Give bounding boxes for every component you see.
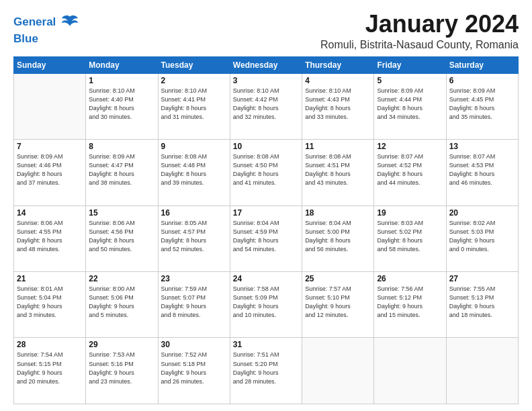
- day-cell: [446, 338, 518, 404]
- day-info: Sunrise: 8:06 AM Sunset: 4:55 PM Dayligh…: [17, 219, 83, 254]
- day-info: Sunrise: 8:08 AM Sunset: 4:48 PM Dayligh…: [161, 152, 227, 187]
- day-cell: 23Sunrise: 7:59 AM Sunset: 5:07 PM Dayli…: [158, 272, 230, 338]
- day-number: 12: [377, 142, 443, 151]
- day-info: Sunrise: 8:10 AM Sunset: 4:41 PM Dayligh…: [161, 87, 227, 122]
- day-cell: 27Sunrise: 7:55 AM Sunset: 5:13 PM Dayli…: [446, 272, 518, 338]
- day-info: Sunrise: 8:02 AM Sunset: 5:03 PM Dayligh…: [449, 219, 515, 254]
- day-number: 16: [161, 208, 227, 218]
- title-block: January 2024 Romuli, Bistrita-Nasaud Cou…: [320, 11, 519, 51]
- week-row-4: 21Sunrise: 8:01 AM Sunset: 5:04 PM Dayli…: [14, 272, 519, 338]
- day-info: Sunrise: 7:55 AM Sunset: 5:13 PM Dayligh…: [449, 285, 515, 320]
- month-year: January 2024: [320, 11, 519, 38]
- day-number: 26: [377, 274, 443, 283]
- day-info: Sunrise: 8:10 AM Sunset: 4:40 PM Dayligh…: [89, 87, 154, 122]
- week-row-2: 7Sunrise: 8:09 AM Sunset: 4:46 PM Daylig…: [14, 140, 519, 205]
- day-number: 17: [233, 208, 299, 218]
- day-cell: 31Sunrise: 7:51 AM Sunset: 5:20 PM Dayli…: [230, 338, 302, 404]
- day-number: 30: [161, 340, 227, 349]
- calendar-body: 1Sunrise: 8:10 AM Sunset: 4:40 PM Daylig…: [14, 73, 519, 404]
- day-info: Sunrise: 8:06 AM Sunset: 4:56 PM Dayligh…: [89, 219, 154, 254]
- day-info: Sunrise: 7:56 AM Sunset: 5:12 PM Dayligh…: [377, 285, 443, 320]
- day-info: Sunrise: 8:10 AM Sunset: 4:43 PM Dayligh…: [305, 87, 371, 122]
- header-saturday: Saturday: [446, 56, 518, 73]
- day-number: 27: [449, 274, 515, 283]
- day-cell: 8Sunrise: 8:09 AM Sunset: 4:47 PM Daylig…: [86, 140, 158, 205]
- day-number: 20: [449, 208, 515, 218]
- day-number: 19: [377, 208, 443, 218]
- day-cell: 26Sunrise: 7:56 AM Sunset: 5:12 PM Dayli…: [374, 272, 446, 338]
- day-cell: 25Sunrise: 7:57 AM Sunset: 5:10 PM Dayli…: [302, 272, 374, 338]
- calendar: Sunday Monday Tuesday Wednesday Thursday…: [13, 56, 519, 404]
- day-cell: 9Sunrise: 8:08 AM Sunset: 4:48 PM Daylig…: [158, 140, 230, 205]
- day-number: 22: [89, 274, 154, 283]
- day-info: Sunrise: 8:07 AM Sunset: 4:53 PM Dayligh…: [449, 152, 515, 187]
- day-cell: 7Sunrise: 8:09 AM Sunset: 4:46 PM Daylig…: [14, 140, 86, 205]
- day-number: 6: [449, 76, 515, 85]
- day-cell: 28Sunrise: 7:54 AM Sunset: 5:15 PM Dayli…: [14, 338, 86, 404]
- day-cell: 13Sunrise: 8:07 AM Sunset: 4:53 PM Dayli…: [446, 140, 518, 205]
- day-cell: 30Sunrise: 7:52 AM Sunset: 5:18 PM Dayli…: [158, 338, 230, 404]
- day-header-row: Sunday Monday Tuesday Wednesday Thursday…: [14, 56, 519, 73]
- day-info: Sunrise: 8:09 AM Sunset: 4:45 PM Dayligh…: [449, 87, 515, 122]
- day-info: Sunrise: 8:07 AM Sunset: 4:52 PM Dayligh…: [377, 152, 443, 187]
- day-cell: 11Sunrise: 8:08 AM Sunset: 4:51 PM Dayli…: [302, 140, 374, 205]
- day-number: 21: [17, 274, 83, 283]
- day-info: Sunrise: 7:51 AM Sunset: 5:20 PM Dayligh…: [233, 351, 299, 385]
- day-info: Sunrise: 8:04 AM Sunset: 4:59 PM Dayligh…: [233, 219, 299, 254]
- week-row-3: 14Sunrise: 8:06 AM Sunset: 4:55 PM Dayli…: [14, 205, 519, 271]
- day-cell: 16Sunrise: 8:05 AM Sunset: 4:57 PM Dayli…: [158, 205, 230, 271]
- day-cell: 14Sunrise: 8:06 AM Sunset: 4:55 PM Dayli…: [14, 205, 86, 271]
- header: General Blue January 2024 Romuli, Bistri…: [13, 11, 519, 51]
- day-number: 8: [89, 142, 154, 151]
- day-cell: 12Sunrise: 8:07 AM Sunset: 4:52 PM Dayli…: [374, 140, 446, 205]
- day-cell: 18Sunrise: 8:04 AM Sunset: 5:00 PM Dayli…: [302, 205, 374, 271]
- header-wednesday: Wednesday: [230, 56, 302, 73]
- day-number: 23: [161, 274, 227, 283]
- day-info: Sunrise: 8:09 AM Sunset: 4:44 PM Dayligh…: [377, 87, 443, 122]
- day-number: 7: [17, 142, 83, 151]
- day-number: 29: [89, 340, 154, 349]
- day-cell: 22Sunrise: 8:00 AM Sunset: 5:06 PM Dayli…: [86, 272, 158, 338]
- day-number: 28: [17, 340, 83, 349]
- day-info: Sunrise: 8:10 AM Sunset: 4:42 PM Dayligh…: [233, 87, 299, 122]
- day-number: 5: [377, 76, 443, 85]
- day-number: 1: [89, 76, 154, 85]
- day-cell: 17Sunrise: 8:04 AM Sunset: 4:59 PM Dayli…: [230, 205, 302, 271]
- day-number: 9: [161, 142, 227, 151]
- day-info: Sunrise: 7:58 AM Sunset: 5:09 PM Dayligh…: [233, 285, 299, 320]
- day-cell: 21Sunrise: 8:01 AM Sunset: 5:04 PM Dayli…: [14, 272, 86, 338]
- logo-blue: Blue: [13, 32, 79, 46]
- day-info: Sunrise: 8:03 AM Sunset: 5:02 PM Dayligh…: [377, 219, 443, 254]
- day-info: Sunrise: 7:57 AM Sunset: 5:10 PM Dayligh…: [305, 285, 371, 320]
- header-tuesday: Tuesday: [158, 56, 230, 73]
- day-info: Sunrise: 8:08 AM Sunset: 4:50 PM Dayligh…: [233, 152, 299, 187]
- day-number: 13: [449, 142, 515, 151]
- logo: General Blue: [13, 13, 79, 46]
- day-cell: [374, 338, 446, 404]
- day-info: Sunrise: 8:08 AM Sunset: 4:51 PM Dayligh…: [305, 152, 371, 187]
- day-number: 18: [305, 208, 371, 218]
- day-info: Sunrise: 7:54 AM Sunset: 5:15 PM Dayligh…: [17, 351, 83, 385]
- day-cell: 1Sunrise: 8:10 AM Sunset: 4:40 PM Daylig…: [86, 73, 158, 139]
- day-cell: 29Sunrise: 7:53 AM Sunset: 5:16 PM Dayli…: [86, 338, 158, 404]
- day-number: 31: [233, 340, 299, 349]
- day-info: Sunrise: 8:09 AM Sunset: 4:47 PM Dayligh…: [89, 152, 154, 187]
- location: Romuli, Bistrita-Nasaud County, Romania: [320, 39, 519, 51]
- day-cell: 4Sunrise: 8:10 AM Sunset: 4:43 PM Daylig…: [302, 73, 374, 139]
- day-info: Sunrise: 8:00 AM Sunset: 5:06 PM Dayligh…: [89, 285, 154, 320]
- header-sunday: Sunday: [14, 56, 86, 73]
- day-number: 15: [89, 208, 154, 218]
- day-number: 2: [161, 76, 227, 85]
- day-cell: 10Sunrise: 8:08 AM Sunset: 4:50 PM Dayli…: [230, 140, 302, 205]
- day-info: Sunrise: 7:59 AM Sunset: 5:07 PM Dayligh…: [161, 285, 227, 320]
- day-cell: [14, 73, 86, 139]
- day-cell: 3Sunrise: 8:10 AM Sunset: 4:42 PM Daylig…: [230, 73, 302, 139]
- day-cell: 6Sunrise: 8:09 AM Sunset: 4:45 PM Daylig…: [446, 73, 518, 139]
- day-info: Sunrise: 7:52 AM Sunset: 5:18 PM Dayligh…: [161, 351, 227, 385]
- day-info: Sunrise: 8:09 AM Sunset: 4:46 PM Dayligh…: [17, 152, 83, 187]
- header-monday: Monday: [86, 56, 158, 73]
- day-cell: 19Sunrise: 8:03 AM Sunset: 5:02 PM Dayli…: [374, 205, 446, 271]
- day-cell: 24Sunrise: 7:58 AM Sunset: 5:09 PM Dayli…: [230, 272, 302, 338]
- day-number: 10: [233, 142, 299, 151]
- day-info: Sunrise: 8:05 AM Sunset: 4:57 PM Dayligh…: [161, 219, 227, 254]
